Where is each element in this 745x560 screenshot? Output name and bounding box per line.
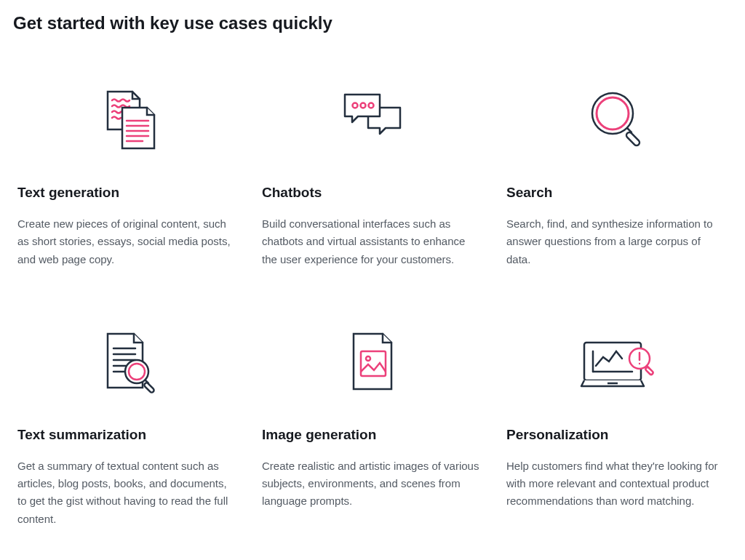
card-title: Text generation (17, 185, 239, 201)
use-case-grid: Text generation Create new pieces of ori… (13, 84, 732, 528)
svg-rect-28 (645, 367, 653, 375)
card-title: Image generation (262, 427, 483, 443)
personalization-icon (506, 327, 728, 399)
card-chatbots: Chatbots Build conversational interfaces… (262, 84, 483, 268)
card-title: Personalization (506, 427, 728, 443)
card-image-generation: Image generation Create realistic and ar… (262, 327, 483, 528)
card-personalization: Personalization Help customers find what… (506, 327, 728, 528)
card-text-generation: Text generation Create new pieces of ori… (17, 84, 239, 268)
card-description: Help customers find what they're looking… (506, 457, 728, 511)
card-title: Search (506, 185, 728, 201)
text-generation-icon (17, 84, 239, 157)
card-description: Create realistic and artistic images of … (262, 457, 483, 511)
search-icon (506, 84, 728, 157)
text-summarization-icon (17, 327, 239, 399)
svg-point-27 (639, 363, 640, 364)
card-description: Create new pieces of original content, s… (17, 215, 239, 268)
svg-rect-9 (625, 131, 640, 146)
card-search: Search Search, find, and synthesize info… (506, 84, 728, 268)
card-text-summarization: Text summarization Get a summary of text… (17, 327, 239, 528)
card-description: Build conversational interfaces such as … (262, 215, 483, 268)
svg-rect-17 (143, 382, 155, 393)
chatbots-icon (262, 84, 483, 157)
card-title: Chatbots (262, 185, 483, 201)
image-generation-icon (262, 327, 483, 399)
card-description: Search, find, and synthesize information… (506, 215, 728, 268)
card-description: Get a summary of textual content such as… (17, 457, 239, 528)
svg-point-10 (597, 97, 629, 129)
card-title: Text summarization (17, 427, 239, 443)
page-title: Get started with key use cases quickly (13, 13, 732, 33)
